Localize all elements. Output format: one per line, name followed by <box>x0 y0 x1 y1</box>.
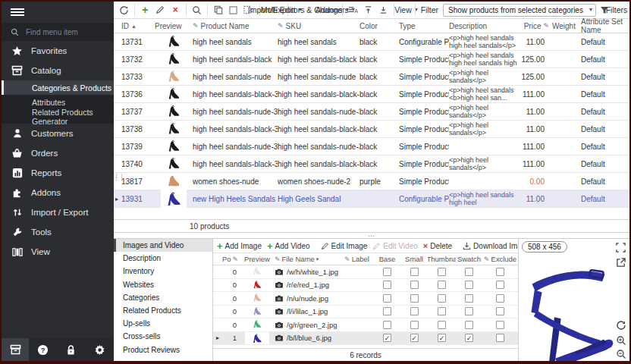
column-header-weight[interactable]: Weight <box>552 22 581 30</box>
tab-description[interactable]: Description <box>114 252 212 265</box>
image-row-blue_6.jpg[interactable]: ▸1/b/l/blue_6.jpg✓✓✓✓ <box>213 332 518 346</box>
column-header-type[interactable]: Type <box>399 22 449 30</box>
column-header-product-name[interactable]: ✎Product Name <box>193 22 278 30</box>
exclude-checkbox[interactable] <box>496 268 504 276</box>
filters-menu[interactable]: Filters▾ <box>613 3 626 17</box>
help-icon[interactable]: ? <box>30 338 57 361</box>
product-row-13731[interactable]: 13731high heel sandalshigh heel sandalsb… <box>114 33 629 51</box>
sidebar-item-view[interactable]: View <box>2 242 114 262</box>
product-row-13931[interactable]: ▸13931new High Heels SandalsHigh Geels S… <box>114 190 629 208</box>
column-header-preview[interactable]: Preview <box>155 22 193 30</box>
exclude-checkbox[interactable] <box>496 307 504 315</box>
image-row-red_1.jpg[interactable]: 0/r/e/red_1.jpg <box>213 279 518 293</box>
images-column-header-exclude[interactable]: ✎Exclude <box>482 255 518 263</box>
sidebar-item-reports[interactable]: Reports <box>2 163 114 183</box>
sidebar-subitem-related-products-generator[interactable]: Related Products Generator <box>2 109 114 124</box>
column-header-price[interactable]: Price✎ <box>519 22 552 30</box>
column-header-description[interactable]: Description <box>449 22 519 30</box>
sidebar-item-customers[interactable]: Customers <box>2 124 114 143</box>
refresh-button[interactable] <box>117 3 130 17</box>
tab-websites[interactable]: Websites <box>114 278 212 291</box>
delete-button[interactable]: ×Delete <box>422 240 454 252</box>
base-checkbox[interactable] <box>383 268 391 276</box>
filter-select[interactable]: Show products from selected categories▾ <box>443 4 596 17</box>
small-checkbox[interactable] <box>410 294 419 303</box>
image-row-lilac_1.jpg[interactable]: 0/l/i/lilac_1.jpg <box>213 306 518 319</box>
add-product-button[interactable]: + <box>138 3 152 17</box>
image-row-white_1.jpg[interactable]: 0/w/h/white_1.jpg <box>213 265 518 279</box>
tab-categories[interactable]: Categories <box>114 291 212 304</box>
download-image-button[interactable]: Download Image <box>461 240 518 252</box>
product-row-13732[interactable]: 13732high heel sandals-blackhigh heel sa… <box>114 51 629 68</box>
swatch-checkbox[interactable] <box>465 294 473 303</box>
column-header-color[interactable]: Color <box>359 22 399 30</box>
thumbnail-checkbox[interactable] <box>438 294 446 303</box>
sidebar-item-catalog[interactable]: Catalog <box>2 61 114 80</box>
small-checkbox[interactable]: ✓ <box>410 334 419 342</box>
swatch-checkbox[interactable] <box>465 268 473 276</box>
image-row-nude.jpg[interactable]: 0/n/u/nude.jpg <box>213 292 518 306</box>
images-column-header-label[interactable]: ✎Label <box>340 255 374 263</box>
product-row-13737[interactable]: 13737high heel sandals-nude-36high heel … <box>114 103 629 121</box>
settings-icon[interactable] <box>86 338 113 361</box>
sidebar-search[interactable] <box>2 23 114 41</box>
product-row-13733[interactable]: 13733high heel sandals-nudehigh heel san… <box>114 68 629 86</box>
zoom-out-icon[interactable] <box>615 348 626 359</box>
base-checkbox[interactable]: ✓ <box>383 334 391 342</box>
autosize-columns-button[interactable]: A <box>346 3 359 17</box>
thumbnail-checkbox[interactable] <box>438 281 446 289</box>
search-products-button[interactable] <box>190 3 203 17</box>
sidebar-item-favorites[interactable]: Favorites <box>2 41 114 61</box>
copy-button[interactable] <box>212 3 225 17</box>
tab-inventory[interactable]: Inventory <box>114 265 212 278</box>
sidebar-item-import-export[interactable]: Import / Export <box>2 202 114 222</box>
sidebar-item-orders[interactable]: Orders <box>2 143 114 163</box>
addons-menu[interactable]: Addons▾ <box>323 3 338 17</box>
image-row-green_2.jpg[interactable]: 0/g/r/green_2.jpg <box>213 318 518 332</box>
small-checkbox[interactable] <box>410 268 419 276</box>
images-column-header-small[interactable]: Small <box>400 255 428 263</box>
small-checkbox[interactable] <box>410 321 419 329</box>
delete-product-button[interactable]: × <box>168 3 182 17</box>
base-checkbox[interactable] <box>383 321 391 329</box>
lock-icon[interactable] <box>58 338 85 361</box>
product-row-13738[interactable]: 13738high heel sandals-black-37high heel… <box>114 121 629 138</box>
thumbnail-checkbox[interactable] <box>438 321 446 329</box>
images-column-header-po[interactable]: Po✎ <box>221 255 240 263</box>
exclude-checkbox[interactable] <box>496 321 504 329</box>
product-row-13739[interactable]: 13739high heel sandals-nude-37high heel … <box>114 138 629 155</box>
zoom-in-icon[interactable] <box>615 334 626 346</box>
small-checkbox[interactable] <box>410 281 419 289</box>
thumbnail-checkbox[interactable] <box>438 268 446 276</box>
column-header-attribute-set-name[interactable]: Attribute Set Name <box>581 17 629 34</box>
view-menu[interactable]: View▾ <box>397 3 411 17</box>
exclude-checkbox[interactable] <box>496 334 504 342</box>
edit-product-button[interactable] <box>153 3 167 17</box>
select-checkbox-button[interactable] <box>227 3 240 17</box>
tab-up-sells[interactable]: Up-sells <box>114 317 212 330</box>
product-row-13740[interactable]: 13740high heel sandals-black-38high heel… <box>114 155 629 173</box>
tab-related-products[interactable]: Related Products <box>114 304 212 317</box>
panel-splitter-handle[interactable]: ⋮⋮⋮⋮ <box>114 174 118 179</box>
tab-cross-sells[interactable]: Cross-sells <box>114 330 212 343</box>
open-external-icon[interactable] <box>615 257 626 268</box>
base-checkbox[interactable] <box>383 307 391 315</box>
column-header-sku[interactable]: ✎SKU <box>278 22 359 30</box>
scroll-bottom-button[interactable] <box>376 3 390 17</box>
menu-toggle-icon[interactable] <box>2 2 114 23</box>
swatch-checkbox[interactable] <box>465 281 473 289</box>
horizontal-splitter-handle[interactable]: ⋯ <box>114 233 629 238</box>
thumbnail-checkbox[interactable]: ✓ <box>438 334 446 342</box>
images-column-header-preview[interactable]: Preview <box>240 255 275 263</box>
thumbnail-checkbox[interactable] <box>438 307 446 315</box>
sidebar-search-input[interactable] <box>26 28 102 36</box>
scroll-top-button[interactable] <box>361 3 375 17</box>
product-row-13736[interactable]: 13736high heel sandals-black-36high heel… <box>114 86 629 103</box>
swatch-checkbox[interactable] <box>465 321 473 329</box>
swatch-checkbox[interactable]: ✓ <box>465 334 473 342</box>
images-column-header-thumbna[interactable]: Thumbna <box>428 255 456 263</box>
rotate-icon[interactable] <box>615 319 626 331</box>
column-header-id[interactable]: ID▲ <box>121 22 155 30</box>
base-checkbox[interactable] <box>383 294 391 303</box>
sidebar-subitem-categories-products[interactable]: Categories & Products <box>2 80 114 95</box>
